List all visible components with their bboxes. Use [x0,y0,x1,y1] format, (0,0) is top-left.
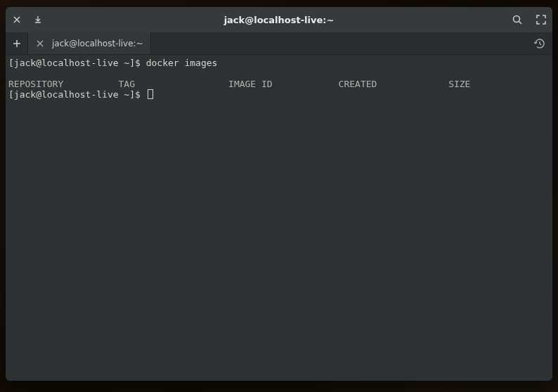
window-titlebar: jack@localhost-live:~ [6,7,552,32]
search-icon [512,14,523,25]
svg-point-0 [514,16,520,22]
terminal-window: jack@localhost-live:~ [6,7,552,381]
window-title: jack@localhost-live:~ [224,15,335,25]
titlebar-left-controls [11,14,44,25]
terminal-output-area[interactable]: [jack@localhost-live ~]$ docker images R… [6,55,552,381]
search-button[interactable] [512,14,523,25]
terminal-tab[interactable]: jack@localhost-live:~ [28,32,151,54]
history-button[interactable] [527,32,552,54]
close-tab-button[interactable] [35,39,45,48]
docker-images-header: REPOSITORY TAG IMAGE ID CREATED SIZE [8,79,470,89]
history-icon [534,38,545,49]
tab-label: jack@localhost-live:~ [52,39,143,48]
close-icon [37,40,44,47]
tab-bar: jack@localhost-live:~ [6,32,552,55]
new-tab-button[interactable] [6,32,28,54]
fullscreen-icon [536,15,546,25]
cursor [148,89,153,99]
shell-prompt: [jack@localhost-live ~]$ [8,58,146,68]
download-icon [34,15,42,24]
shell-prompt: [jack@localhost-live ~]$ [8,89,146,100]
plus-icon [12,39,22,48]
command-text: docker images [146,58,218,68]
close-window-button[interactable] [11,14,22,25]
tabbar-spacer [151,32,527,54]
titlebar-right-controls [512,14,547,25]
close-icon [13,15,21,24]
fullscreen-button[interactable] [536,14,547,25]
download-button[interactable] [32,14,44,25]
